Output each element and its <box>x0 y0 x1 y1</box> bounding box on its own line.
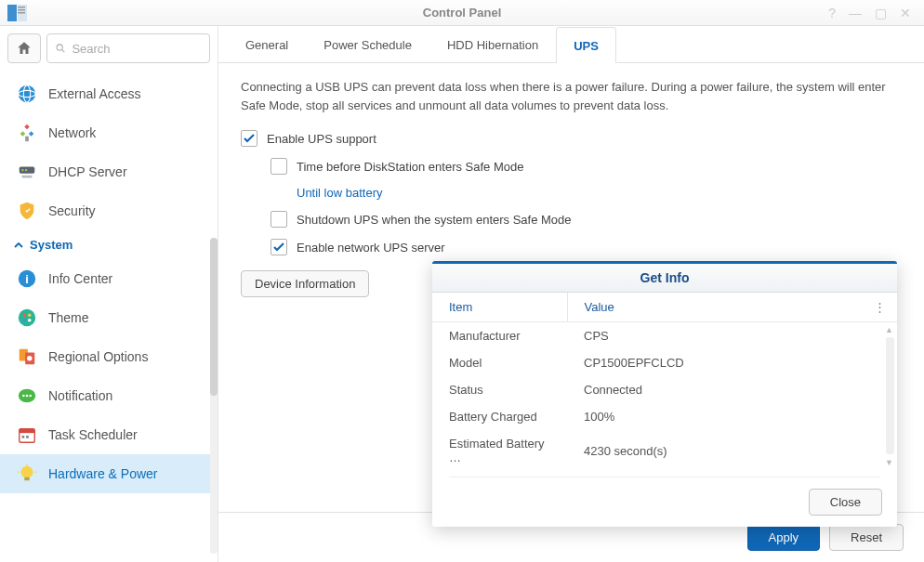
tab-general[interactable]: General <box>228 26 306 62</box>
shield-icon <box>17 201 37 221</box>
svg-point-12 <box>21 169 23 171</box>
shutdown-ups-checkbox[interactable] <box>271 211 287 228</box>
help-icon[interactable]: ? <box>828 6 836 20</box>
network-ups-label: Enable network UPS server <box>297 241 445 255</box>
intro-text: Connecting a USB UPS can prevent data lo… <box>241 78 902 115</box>
svg-rect-4 <box>18 12 25 14</box>
table-row: Estimated Battery …4230 second(s) <box>432 430 897 471</box>
modal-scrollbar[interactable] <box>886 337 894 454</box>
more-icon[interactable]: ⋮ <box>874 300 886 314</box>
tab-power-schedule[interactable]: Power Schedule <box>306 26 429 62</box>
tab-hdd-hibernation[interactable]: HDD Hibernation <box>429 26 556 62</box>
modal-title: Get Info <box>432 261 897 293</box>
sidebar-item-label: Hardware & Power <box>48 466 158 481</box>
titlebar: Control Panel ? — ▢ ✕ <box>0 0 924 26</box>
svg-point-26 <box>22 395 25 398</box>
sidebar-item-label: Theme <box>48 310 89 325</box>
close-button[interactable]: Close <box>809 489 882 516</box>
table-row: ModelCP1500EPFCLCD <box>432 349 897 376</box>
search-input[interactable] <box>72 42 202 56</box>
search-box[interactable] <box>46 33 210 63</box>
svg-point-17 <box>19 309 35 326</box>
app-icon <box>7 5 28 21</box>
svg-point-24 <box>27 356 33 361</box>
close-icon[interactable]: ✕ <box>900 6 911 20</box>
svg-point-7 <box>19 85 35 102</box>
enable-ups-label: Enable UPS support <box>267 132 376 146</box>
sidebar: External Access Network DHCP Server Secu… <box>0 26 218 562</box>
svg-rect-14 <box>22 176 33 178</box>
shutdown-ups-label: Shutdown UPS when the system enters Safe… <box>297 213 572 227</box>
table-row: Battery Charged100% <box>432 403 897 430</box>
sidebar-item-dhcp[interactable]: DHCP Server <box>0 152 218 191</box>
network-ups-row: Enable network UPS server <box>271 239 902 255</box>
globe-icon <box>17 84 37 104</box>
sidebar-item-label: DHCP Server <box>48 164 127 179</box>
sidebar-scrollbar[interactable] <box>210 238 218 554</box>
table-row: StatusConnected <box>432 376 897 403</box>
regional-icon <box>17 346 37 367</box>
device-information-button[interactable]: Device Information <box>241 270 369 297</box>
get-info-modal: Get Info Item Value ⋮ ManufacturerCPS Mo… <box>432 261 897 527</box>
shutdown-ups-row: Shutdown UPS when the system enters Safe… <box>271 211 902 228</box>
sidebar-item-regional[interactable]: Regional Options <box>0 337 218 376</box>
home-icon <box>16 40 33 57</box>
svg-point-18 <box>22 313 26 317</box>
scroll-up-icon[interactable]: ▲ <box>885 325 893 334</box>
tabs: General Power Schedule HDD Hibernation U… <box>218 26 924 63</box>
time-before-label: Time before DiskStation enters Safe Mode <box>297 160 523 174</box>
svg-point-21 <box>28 319 32 322</box>
sidebar-item-external-access[interactable]: External Access <box>0 74 218 113</box>
chevron-up-icon <box>13 240 24 251</box>
notification-icon <box>17 386 37 406</box>
table-row: ManufacturerCPS <box>432 322 897 350</box>
svg-point-13 <box>25 169 27 171</box>
reset-button[interactable]: Reset <box>829 524 904 551</box>
maximize-icon[interactable]: ▢ <box>875 6 887 20</box>
time-before-checkbox[interactable] <box>271 158 287 175</box>
info-icon: i <box>17 268 37 289</box>
sidebar-item-notification[interactable]: Notification <box>0 376 218 415</box>
sidebar-item-label: Info Center <box>48 271 112 286</box>
sidebar-item-info-center[interactable]: i Info Center <box>0 259 218 298</box>
sidebar-item-theme[interactable]: Theme <box>0 298 218 337</box>
scroll-down-icon[interactable]: ▼ <box>885 458 893 467</box>
bulb-icon <box>17 464 37 484</box>
dhcp-icon <box>17 162 37 182</box>
sidebar-group-system[interactable]: System <box>0 230 218 259</box>
sidebar-item-label: External Access <box>48 86 141 101</box>
svg-text:i: i <box>25 272 29 286</box>
svg-point-33 <box>21 466 33 478</box>
sidebar-item-task-scheduler[interactable]: Task Scheduler <box>0 415 218 454</box>
svg-line-6 <box>62 50 65 53</box>
svg-rect-34 <box>24 477 30 481</box>
svg-rect-0 <box>7 5 17 21</box>
sidebar-item-label: Security <box>48 203 96 218</box>
apply-button[interactable]: Apply <box>747 524 821 551</box>
sidebar-item-network[interactable]: Network <box>0 113 218 152</box>
svg-rect-30 <box>20 429 35 434</box>
svg-rect-3 <box>18 9 25 11</box>
th-item: Item <box>432 293 567 322</box>
svg-point-20 <box>22 319 26 322</box>
sidebar-item-hardware-power[interactable]: Hardware & Power <box>0 454 218 493</box>
window-controls: ? — ▢ ✕ <box>828 6 924 20</box>
sidebar-group-label: System <box>30 238 73 252</box>
home-button[interactable] <box>7 33 41 63</box>
svg-rect-31 <box>22 436 25 438</box>
svg-point-28 <box>29 395 32 398</box>
minimize-icon[interactable]: — <box>849 6 862 20</box>
tab-ups[interactable]: UPS <box>556 27 616 63</box>
svg-point-27 <box>26 395 29 398</box>
svg-point-19 <box>28 313 32 317</box>
until-low-battery-link[interactable]: Until low battery <box>297 186 902 200</box>
sidebar-item-security[interactable]: Security <box>0 191 218 230</box>
theme-icon <box>17 307 37 328</box>
svg-rect-2 <box>18 7 25 8</box>
svg-rect-10 <box>25 137 29 142</box>
network-ups-checkbox[interactable] <box>271 239 287 255</box>
svg-rect-32 <box>26 436 29 438</box>
enable-ups-checkbox[interactable] <box>241 130 257 147</box>
search-icon <box>55 42 66 55</box>
th-value: Value ⋮ <box>567 293 897 322</box>
